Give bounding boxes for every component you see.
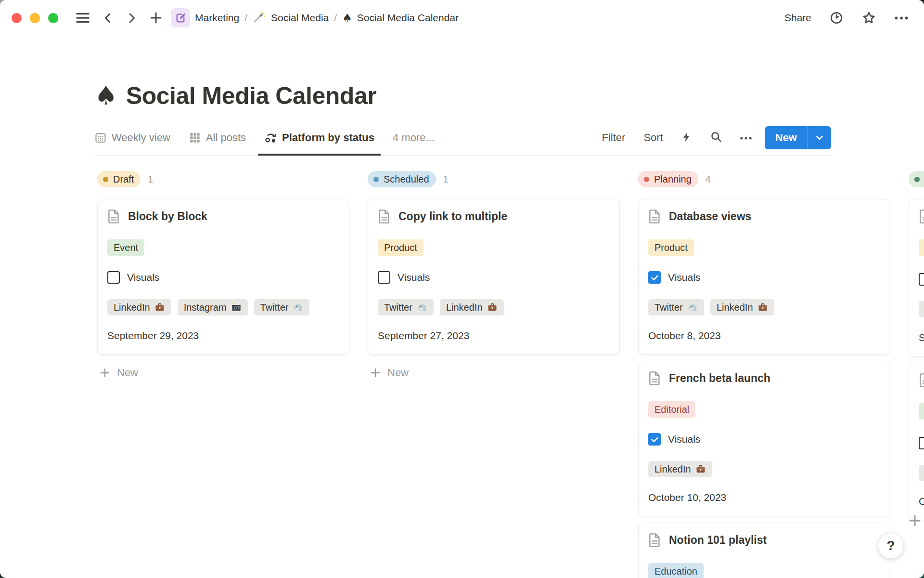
share-button[interactable]: Share	[784, 12, 811, 24]
briefcase-emoji	[154, 302, 165, 313]
category-row	[919, 403, 924, 421]
visuals-label: Visuals	[127, 272, 159, 283]
more-views-button[interactable]: 4 more...	[393, 131, 435, 144]
status-pill[interactable]: Scheduled	[368, 171, 436, 187]
category-tag[interactable]: Education	[648, 563, 704, 578]
status-label: Draft	[113, 174, 134, 185]
page-icon	[378, 209, 391, 224]
date-row: September 27, 2023	[378, 330, 610, 342]
board-column: Draft 1 Block by Block Event Visuals Lin…	[97, 171, 349, 379]
breadcrumb-item-social-media[interactable]: Social Media	[253, 10, 329, 26]
minimize-window-button[interactable]	[30, 13, 40, 23]
visuals-checkbox[interactable]	[378, 271, 390, 284]
search-icon[interactable]	[710, 131, 722, 145]
zoom-window-button[interactable]	[48, 13, 58, 23]
category-tag[interactable]: Editorial	[648, 401, 695, 418]
platform-tag[interactable]: LinkedIn	[107, 299, 171, 315]
platform-label: LinkedIn	[446, 302, 483, 313]
visuals-checkbox[interactable]	[919, 437, 924, 449]
back-button[interactable]	[102, 12, 115, 25]
column-header: Scheduled 1	[368, 171, 620, 187]
sidebar-toggle-button[interactable]	[75, 10, 91, 26]
platform-tag[interactable]: LinkedIn	[648, 461, 712, 477]
visuals-row: Visuals	[648, 433, 880, 446]
breadcrumb-item-marketing[interactable]: Marketing	[171, 8, 239, 27]
board-card[interactable]: Block by Block Event Visuals LinkedInIns…	[97, 199, 349, 355]
platform-label: Twitter	[384, 302, 412, 313]
card-title-row: Notion 101 playlist	[648, 533, 880, 548]
visuals-checkbox[interactable]	[648, 271, 661, 284]
status-label: Planning	[654, 174, 692, 185]
category-tag[interactable]	[919, 403, 924, 420]
page-icon	[648, 533, 661, 548]
briefcase-emoji	[757, 302, 768, 313]
platform-tag[interactable]: L	[919, 465, 924, 481]
help-button[interactable]: ?	[878, 533, 904, 559]
favorite-star-icon[interactable]	[861, 11, 876, 26]
board-card[interactable]: French beta launch Editorial Visuals Lin…	[638, 361, 890, 516]
category-tag[interactable]: Product	[378, 239, 424, 256]
automations-bolt-icon[interactable]	[680, 131, 693, 145]
platform-row: LinkedIn	[648, 461, 880, 477]
tab-all-posts[interactable]: All posts	[189, 120, 246, 155]
page-icon	[919, 373, 924, 388]
column-count: 1	[443, 174, 449, 185]
tab-weekly-view[interactable]: Weekly view	[94, 120, 170, 155]
breadcrumb-item-social-media-calendar[interactable]: ♠ Social Media Calendar	[342, 12, 459, 24]
status-pill[interactable]: Planning	[638, 171, 698, 187]
close-window-button[interactable]	[12, 13, 22, 23]
visuals-checkbox[interactable]	[919, 273, 924, 286]
updates-clock-icon[interactable]	[829, 11, 844, 25]
view-options-icon[interactable]	[740, 133, 752, 142]
platform-tag[interactable]: Twitter	[378, 299, 434, 315]
tab-label: All posts	[206, 131, 246, 144]
breadcrumb-label: Marketing	[195, 12, 239, 24]
board-card[interactable]: Database views Product Visuals TwitterLi…	[638, 199, 890, 355]
forward-button[interactable]	[125, 12, 138, 25]
new-button-label[interactable]: New	[765, 131, 808, 144]
tab-platform-by-status[interactable]: Platform by status	[264, 120, 374, 155]
status-pill[interactable]: Draft	[97, 171, 141, 187]
card-title-row: Database views	[648, 209, 880, 224]
category-tag[interactable]: Product	[648, 239, 694, 256]
board-card[interactable]: Copy link to multiple Product Visuals Tw…	[368, 199, 620, 355]
column-new-button[interactable]: New	[368, 367, 620, 379]
platform-tag[interactable]: Twitter	[254, 299, 310, 315]
visuals-checkbox[interactable]	[648, 433, 661, 446]
date-row: September 29, 2023	[107, 330, 339, 342]
new-tab-button[interactable]	[149, 11, 163, 25]
visuals-label: Visuals	[398, 272, 430, 283]
new-button[interactable]: New	[765, 126, 831, 149]
board-card[interactable]: Notion 101 playlist Education	[638, 523, 890, 578]
chevron-down-icon[interactable]	[808, 132, 831, 143]
add-group-button[interactable]	[908, 513, 922, 530]
board-card[interactable]: L O	[909, 363, 924, 520]
board: Draft 1 Block by Block Event Visuals Lin…	[0, 155, 924, 578]
column-header	[909, 171, 924, 187]
category-tag[interactable]	[919, 239, 924, 256]
platform-tag[interactable]: T	[919, 301, 924, 317]
more-options-icon[interactable]	[894, 16, 909, 20]
platform-tag[interactable]: LinkedIn	[440, 299, 504, 315]
breadcrumb-label: Social Media Calendar	[357, 12, 459, 24]
bird-emoji	[417, 302, 427, 313]
board-card[interactable]: T S	[909, 199, 924, 356]
visuals-checkbox[interactable]	[107, 271, 120, 284]
page-icon	[107, 209, 120, 224]
card-title-row: Block by Block	[107, 209, 339, 224]
plus-icon	[370, 367, 381, 379]
board-columns: Draft 1 Block by Block Event Visuals Lin…	[0, 155, 924, 578]
visuals-row: Visuals	[648, 271, 880, 284]
sort-button[interactable]: Sort	[643, 131, 663, 144]
filter-button[interactable]: Filter	[602, 131, 626, 144]
platform-label: Instagram	[184, 302, 227, 313]
platform-tag[interactable]: Instagram	[178, 299, 248, 315]
board-column: Planning 4 Database views Product Visual…	[638, 171, 890, 578]
category-tag[interactable]: Event	[107, 239, 144, 256]
platform-tag[interactable]: LinkedIn	[710, 299, 774, 315]
platform-tag[interactable]: Twitter	[648, 299, 704, 315]
card-title: French beta launch	[669, 372, 770, 385]
column-new-button[interactable]: New	[97, 367, 349, 379]
platform-label: Twitter	[654, 302, 683, 313]
status-pill[interactable]	[909, 171, 924, 187]
